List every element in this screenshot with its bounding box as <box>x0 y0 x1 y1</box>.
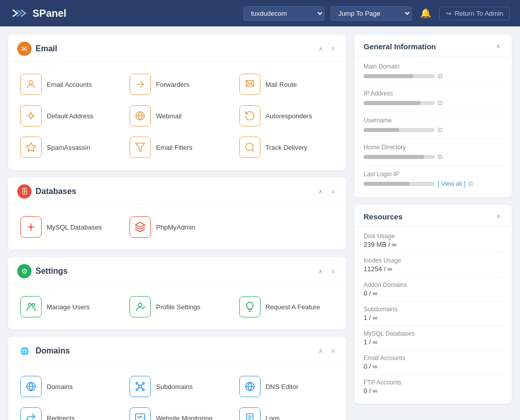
autoresponders-item[interactable]: Autoresponders <box>232 100 341 132</box>
email-section-controls: ∧ ≡ <box>316 44 337 54</box>
main-domain-value: ⧉ <box>364 72 503 80</box>
logo-text: SPanel <box>32 8 67 19</box>
redirects-label: Redirects <box>47 414 75 421</box>
redirects-item[interactable]: Redirects <box>13 402 122 420</box>
profile-settings-item[interactable]: Profile Settings <box>122 291 232 322</box>
ip-address-bar <box>364 101 435 105</box>
settings-section: ⚙ Settings ∧ ≡ Manage Users <box>8 257 346 330</box>
main-domain-row: Main Domain ⧉ <box>364 58 503 85</box>
email-filters-item[interactable]: Email Filters <box>122 132 232 163</box>
general-info-body: Main Domain ⧉ IP Address ⧉ Username <box>354 56 512 198</box>
return-to-admin-button[interactable]: ↪ Return To Admin <box>439 7 510 20</box>
last-login-ip-value: [ View all ] ⧉ <box>364 180 503 188</box>
settings-section-icon: ⚙ <box>17 264 31 278</box>
app-header: SPanel tuxdudecom Jump To Page 🔔 ↪ Retur… <box>0 0 520 26</box>
dns-editor-item[interactable]: DNS Editor <box>232 371 341 402</box>
home-directory-value: ⧉ <box>364 153 503 161</box>
webmail-item[interactable]: Webmail <box>122 100 232 132</box>
svg-line-22 <box>141 387 143 389</box>
mysql-databases-item[interactable]: MySQL Databases <box>13 211 122 243</box>
resources-collapse-button[interactable]: ∧ <box>494 212 503 221</box>
svg-point-10 <box>28 304 31 307</box>
settings-grid: Manage Users Profile Settings Request A … <box>8 284 346 330</box>
track-delivery-item[interactable]: Track Delivery <box>232 132 341 163</box>
email-accounts-item[interactable]: Email Accounts <box>13 69 122 100</box>
view-all-link[interactable]: [ View all ] <box>438 180 465 187</box>
dns-editor-label: DNS Editor <box>266 383 299 391</box>
last-login-ip-copy-icon[interactable]: ⧉ <box>468 180 473 188</box>
mail-route-item[interactable]: Mail Route <box>232 69 341 100</box>
ftp-accounts-res-value: 0 / ∞ <box>364 387 503 395</box>
username-value: ⧉ <box>364 126 503 134</box>
profile-settings-label: Profile Settings <box>156 303 200 311</box>
ftp-accounts-res-label: FTP Accounts <box>364 379 503 386</box>
email-menu-button[interactable]: ≡ <box>329 44 337 54</box>
general-info-card: General Information ∧ Main Domain ⧉ IP A… <box>354 35 512 198</box>
subdomains-res-label: Subdomains <box>364 306 503 313</box>
inodes-usage-row: Inodes Usage 11254 / ∞ <box>364 253 503 277</box>
main-domain-copy-icon[interactable]: ⧉ <box>438 72 442 80</box>
inodes-usage-value: 11254 / ∞ <box>364 265 503 273</box>
ip-address-row: IP Address ⧉ <box>364 85 503 112</box>
settings-collapse-button[interactable]: ∧ <box>316 267 325 276</box>
email-section-header: ✉ Email ∧ ≡ <box>8 35 346 61</box>
settings-menu-button[interactable]: ≡ <box>329 266 337 276</box>
ip-address-copy-icon[interactable]: ⧉ <box>438 99 442 107</box>
autoresponders-icon <box>239 105 261 126</box>
phpmyadmin-label: PhpMyAdmin <box>156 223 195 231</box>
domain-select[interactable]: tuxdudecom <box>243 6 324 21</box>
main-domain-label: Main Domain <box>364 63 503 70</box>
disk-usage-label: Disk Usage <box>364 233 503 240</box>
home-directory-copy-icon[interactable]: ⧉ <box>438 153 442 161</box>
default-address-item[interactable]: Default Address <box>13 100 122 132</box>
addon-domains-row: Addon Domains 0 / ∞ <box>364 277 503 302</box>
inodes-usage-label: Inodes Usage <box>364 257 503 264</box>
settings-section-header: ⚙ Settings ∧ ≡ <box>8 257 346 284</box>
svg-rect-26 <box>246 414 253 420</box>
forwarders-item[interactable]: Forwarders <box>122 69 232 100</box>
domains-item[interactable]: Domains <box>13 371 122 402</box>
notifications-bell-icon[interactable]: 🔔 <box>418 6 433 21</box>
return-icon: ↪ <box>446 10 451 17</box>
jump-to-page-select[interactable]: Jump To Page <box>331 6 412 21</box>
domains-menu-button[interactable]: ≡ <box>329 346 337 356</box>
redirects-icon <box>20 407 42 420</box>
databases-menu-button[interactable]: ≡ <box>329 186 337 197</box>
email-accounts-res-label: Email Accounts <box>364 354 503 362</box>
website-monitoring-item[interactable]: Website Monitoring <box>122 402 232 420</box>
resources-title: Resources <box>364 212 403 221</box>
subdomains-item[interactable]: Subdomains <box>122 371 232 402</box>
general-info-collapse-button[interactable]: ∧ <box>494 42 503 51</box>
svg-point-12 <box>139 303 142 307</box>
logs-item[interactable]: Logs <box>232 402 341 420</box>
email-collapse-button[interactable]: ∧ <box>316 44 325 53</box>
phpmyadmin-item[interactable]: PhpMyAdmin <box>122 211 232 243</box>
home-directory-row: Home Directory ⧉ <box>364 139 503 166</box>
mysql-databases-res-label: MySQL Databases <box>364 330 503 337</box>
domains-section-header: 🌐 Domains ∧ ≡ <box>8 337 346 364</box>
logo: SPanel <box>10 4 67 22</box>
email-section: ✉ Email ∧ ≡ Email Accounts <box>8 35 346 170</box>
default-address-icon <box>20 105 42 126</box>
disk-usage-row: Disk Usage 239 MB / ∞ <box>364 229 503 253</box>
svg-line-6 <box>252 149 254 151</box>
request-feature-label: Request A Feature <box>266 303 320 311</box>
email-accounts-label: Email Accounts <box>47 81 92 88</box>
spamassassin-icon <box>20 137 42 158</box>
domains-section: 🌐 Domains ∧ ≡ Domains <box>8 337 346 420</box>
webmail-label: Webmail <box>156 112 181 120</box>
last-login-ip-row: Last Login IP [ View all ] ⧉ <box>364 166 503 192</box>
username-copy-icon[interactable]: ⧉ <box>438 126 442 134</box>
ip-address-value: ⧉ <box>364 99 503 107</box>
databases-collapse-button[interactable]: ∧ <box>316 187 325 196</box>
profile-settings-icon <box>129 296 151 317</box>
databases-section: 🗄 Databases ∧ ≡ MySQL Databases <box>8 177 346 250</box>
spamassassin-item[interactable]: SpamAssassin <box>13 132 122 163</box>
email-grid: Email Accounts Forwarders Mail Route <box>8 61 346 170</box>
manage-users-item[interactable]: Manage Users <box>13 291 122 322</box>
mail-route-label: Mail Route <box>266 81 297 88</box>
domains-collapse-button[interactable]: ∧ <box>316 346 325 356</box>
mysql-databases-res-row: MySQL Databases 1 / ∞ <box>364 326 503 350</box>
right-panel: General Information ∧ Main Domain ⧉ IP A… <box>354 35 512 420</box>
request-feature-item[interactable]: Request A Feature <box>232 291 341 322</box>
